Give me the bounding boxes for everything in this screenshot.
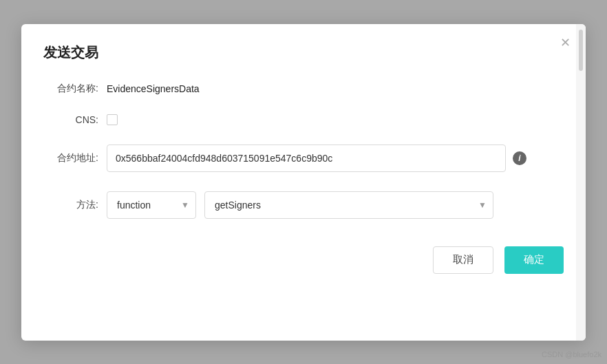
cancel-button[interactable]: 取消 xyxy=(433,246,493,274)
method-selects: function ▼ getSigners ▼ xyxy=(107,191,493,219)
scrollbar[interactable] xyxy=(576,24,586,341)
address-label: 合约地址: xyxy=(43,152,98,164)
modal-dialog: ✕ 发送交易 合约名称: EvidenceSignersData CNS: 合约… xyxy=(21,24,586,341)
cns-label: CNS: xyxy=(43,114,98,125)
address-row: 合约地址: i xyxy=(43,144,564,172)
modal-overlay: ✕ 发送交易 合约名称: EvidenceSignersData CNS: 合约… xyxy=(0,0,607,364)
modal-footer: 取消 确定 xyxy=(43,246,564,274)
scrollbar-thumb xyxy=(579,30,583,71)
method-row: 方法: function ▼ getSigners ▼ xyxy=(43,191,564,219)
modal-title: 发送交易 xyxy=(43,43,564,62)
function-select-wrapper: function ▼ xyxy=(107,191,196,219)
method-label: 方法: xyxy=(43,199,98,211)
method-select-wrapper: getSigners ▼ xyxy=(204,191,493,219)
method-select[interactable]: getSigners xyxy=(204,191,493,219)
close-button[interactable]: ✕ xyxy=(560,36,571,49)
address-input[interactable] xyxy=(107,144,506,172)
cns-row: CNS: xyxy=(43,114,564,125)
info-icon[interactable]: i xyxy=(513,151,526,165)
confirm-button[interactable]: 确定 xyxy=(504,246,564,274)
contract-name-value: EvidenceSignersData xyxy=(107,83,200,94)
contract-name-row: 合约名称: EvidenceSignersData xyxy=(43,83,564,95)
cns-checkbox[interactable] xyxy=(107,114,118,125)
watermark: CSDN @bluefo2k xyxy=(542,350,601,358)
function-select[interactable]: function xyxy=(107,191,196,219)
contract-name-label: 合约名称: xyxy=(43,83,98,95)
